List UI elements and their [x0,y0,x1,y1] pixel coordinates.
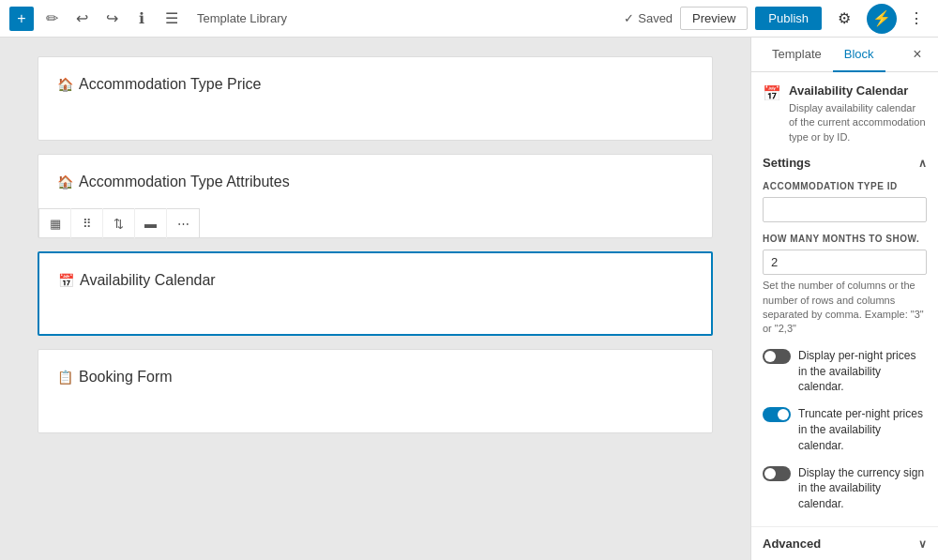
advanced-chevron-icon: ∨ [918,537,927,551]
panel-calendar-icon: 📅 [763,84,781,102]
more-options-button[interactable]: ⋮ [904,7,929,31]
toggle-display-per-night-label: Display per-night prices in the availabi… [798,348,927,395]
lightning-button[interactable]: ⚡ [867,4,897,34]
redo-button[interactable]: ↪ [99,7,124,31]
toggle-truncate-per-night-label: Truncate per-night prices in the availab… [798,406,927,453]
tab-template[interactable]: Template [761,38,833,72]
months-group: HOW MANY MONTHS TO SHOW. Set the number … [763,234,927,337]
settings-gear-button[interactable]: ⚙ [829,4,859,34]
months-label: HOW MANY MONTHS TO SHOW. [763,234,927,244]
toggle-display-currency-label: Display the currency sign in the availab… [798,465,927,512]
house-icon: 🏠 [57,174,73,189]
form-icon: 📋 [57,370,73,385]
block-title: 📅 Availability Calendar [58,272,692,289]
add-block-button[interactable]: + [9,7,34,31]
toggle-knob [778,409,789,420]
edit-icon-button[interactable]: ✏ [39,7,64,31]
tab-block[interactable]: Block [833,38,885,72]
block-title: 🏠 Accommodation Type Attributes [57,174,693,190]
publish-button[interactable]: Publish [755,7,822,30]
block-title: 🏠 Accommodation Type Price [57,76,693,93]
block-availability-calendar[interactable]: 📅 Availability Calendar [38,251,713,336]
panel-close-button[interactable]: × [906,43,929,66]
panel-tabs: Template Block × [751,38,938,72]
calendar-icon: 📅 [58,273,74,288]
toggle-display-per-night-switch[interactable] [763,349,791,364]
house-icon: 🏠 [57,77,73,92]
saved-status: ✓ Saved [624,11,673,25]
block-info-header: 📅 Availability Calendar Display availabi… [763,83,927,144]
toolbar-more-button[interactable]: ⋯ [167,208,199,238]
panel-body: 📅 Availability Calendar Display availabi… [751,72,938,526]
preview-button[interactable]: Preview [680,7,748,30]
topbar: + ✏ ↩ ↪ ℹ ☰ Template Library ✓ Saved Pre… [0,0,938,38]
block-info-title: Availability Calendar [789,83,927,98]
toolbar-align-button[interactable]: ▬ [135,208,167,238]
block-accommodation-type-price[interactable]: 🏠 Accommodation Type Price [38,56,713,141]
toggle-display-currency: Display the currency sign in the availab… [763,465,927,512]
toggle-display-currency-switch[interactable] [763,466,791,481]
settings-chevron-icon: ∧ [918,157,927,170]
block-booking-form[interactable]: 📋 Booking Form [38,349,713,433]
settings-header[interactable]: Settings ∧ [763,156,927,170]
toggle-truncate-per-night-switch[interactable] [763,407,791,422]
block-info-text: Availability Calendar Display availabili… [789,83,927,144]
list-view-button[interactable]: ☰ [159,7,184,31]
block-title: 📋 Booking Form [57,369,693,386]
toggle-knob [764,468,776,479]
accommodation-type-id-input[interactable] [763,197,927,222]
toggle-display-per-night: Display per-night prices in the availabi… [763,348,927,395]
toolbar-grid-button[interactable]: ▦ [39,208,71,238]
toolbar-dots-button[interactable]: ⠿ [71,208,103,238]
accommodation-type-id-group: ACCOMMODATION TYPE ID [763,181,927,222]
undo-button[interactable]: ↩ [69,7,94,31]
toggle-knob [764,351,776,362]
accommodation-type-id-label: ACCOMMODATION TYPE ID [763,181,927,191]
panel-tabs-left: Template Block [761,38,885,71]
advanced-section[interactable]: Advanced ∨ [751,526,938,560]
block-info-description: Display availability calendar of the cur… [789,101,927,144]
editor-area: 🏠 Accommodation Type Price 🏠 Accommodati… [0,38,750,560]
months-help: Set the number of columns or the number … [763,279,927,337]
side-panel: Template Block × 📅 Availability Calendar… [750,38,938,560]
topbar-right-actions: ✓ Saved Preview Publish ⚙ ⚡ ⋮ [624,4,929,34]
template-library-title: Template Library [197,11,618,25]
main-area: 🏠 Accommodation Type Price 🏠 Accommodati… [0,38,938,560]
months-input[interactable] [763,250,927,275]
toggle-truncate-per-night: Truncate per-night prices in the availab… [763,406,927,453]
toolbar-arrows-button[interactable]: ⇅ [103,208,135,238]
block-accommodation-type-attributes[interactable]: 🏠 Accommodation Type Attributes ▦ ⠿ ⇅ ▬ … [38,154,713,238]
block-toolbar: ▦ ⠿ ⇅ ▬ ⋯ [38,208,200,238]
check-icon: ✓ [624,11,634,25]
info-button[interactable]: ℹ [129,7,154,31]
settings-section: Settings ∧ ACCOMMODATION TYPE ID HOW MAN… [763,156,927,512]
